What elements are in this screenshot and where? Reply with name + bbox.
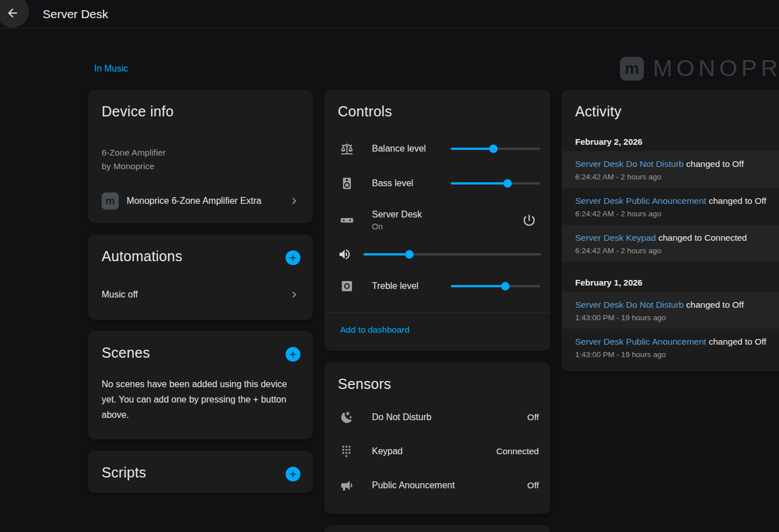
activity-timestamp: 6:24:42 AM - 2 hours ago bbox=[575, 246, 776, 255]
scenes-title: Scenes bbox=[102, 345, 150, 361]
activity-entity-link[interactable]: Server Desk Public Anouncement bbox=[575, 196, 706, 206]
integration-link[interactable]: m Monoprice 6-Zone Amplifier Extra bbox=[102, 192, 300, 210]
scenes-empty-text: No scenes have been added using this dev… bbox=[102, 376, 298, 422]
integration-label: Monoprice 6-Zone Amplifier Extra bbox=[127, 196, 261, 206]
sensor-value: Off bbox=[527, 412, 539, 422]
activity-log-item[interactable]: Server Desk Do Not Disturb changed to Of… bbox=[562, 292, 779, 329]
device-info-card: Device info 6-Zone Amplifier by Monopric… bbox=[88, 90, 313, 223]
sensor-label: Public Anouncement bbox=[372, 480, 455, 491]
activity-description: changed to Off bbox=[706, 337, 767, 346]
add-script-button[interactable] bbox=[286, 467, 300, 481]
controls-title: Controls bbox=[338, 103, 541, 120]
arrow-left-icon bbox=[6, 3, 19, 20]
sensors-card: Sensors Do Not Disturb Off Keypad bbox=[324, 362, 550, 514]
slider-thumb[interactable] bbox=[405, 250, 414, 259]
bass-slider[interactable] bbox=[451, 175, 540, 192]
activity-description: changed to Off bbox=[684, 300, 744, 309]
device-manufacturer: by Monoprice bbox=[102, 160, 299, 173]
dialpad-icon bbox=[340, 445, 354, 458]
volume-high-icon bbox=[338, 248, 351, 261]
sensor-label: Keypad bbox=[372, 446, 403, 456]
volume-slider[interactable] bbox=[363, 246, 541, 263]
media-player-state: On bbox=[372, 222, 422, 231]
device-info-title: Device info bbox=[102, 103, 174, 120]
activity-card: Activity February 2, 2026 Server Desk Do… bbox=[562, 90, 779, 371]
plus-icon bbox=[288, 469, 298, 479]
activity-date-header: February 1, 2026 bbox=[575, 278, 776, 287]
scale-balance-icon bbox=[340, 142, 354, 156]
activity-log-item[interactable]: Server Desk Do Not Disturb changed to Of… bbox=[562, 151, 779, 188]
chevron-right-icon bbox=[288, 195, 300, 207]
chevron-right-icon bbox=[288, 288, 300, 301]
area-link-in-music[interactable]: In Music bbox=[94, 64, 128, 74]
bullhorn-icon bbox=[340, 479, 354, 492]
media-player-name: Server Desk bbox=[372, 210, 422, 219]
activity-entity-link[interactable]: Server Desk Do Not Disturb bbox=[575, 159, 684, 169]
back-button[interactable] bbox=[0, 0, 29, 28]
sensor-label: Do Not Disturb bbox=[372, 412, 432, 422]
media-player-row: Server Desk On bbox=[333, 200, 541, 240]
slider-thumb[interactable] bbox=[489, 144, 498, 153]
activity-group: February 2, 2026 Server Desk Do Not Dist… bbox=[571, 137, 779, 262]
automations-card: Automations Music off bbox=[88, 234, 313, 320]
bass-row: Bass level bbox=[333, 166, 541, 200]
plus-icon bbox=[288, 349, 298, 359]
activity-log-item[interactable]: Server Desk Public Anouncement changed t… bbox=[562, 188, 779, 225]
power-icon bbox=[522, 213, 537, 228]
activity-description: changed to Connected bbox=[656, 233, 747, 242]
treble-label: Treble level bbox=[372, 281, 418, 291]
sensor-row-public-anouncement[interactable]: Public Anouncement Off bbox=[333, 468, 541, 502]
sensors-title: Sensors bbox=[338, 376, 541, 392]
page-title: Server Desk bbox=[43, 7, 108, 21]
add-automation-button[interactable] bbox=[286, 250, 300, 265]
speaker-icon bbox=[340, 177, 354, 190]
monoprice-logo-icon: m bbox=[102, 192, 119, 210]
activity-group: February 1, 2026 Server Desk Do Not Dist… bbox=[571, 278, 779, 366]
activity-timestamp: 6:24:42 AM - 2 hours ago bbox=[575, 210, 776, 218]
balance-slider[interactable] bbox=[451, 140, 540, 157]
balance-label: Balance level bbox=[372, 144, 426, 154]
activity-log-item[interactable]: Server Desk Public Anouncement changed t… bbox=[562, 329, 779, 366]
sensor-row-do-not-disturb[interactable]: Do Not Disturb Off bbox=[333, 400, 541, 434]
speaker-driver-icon bbox=[340, 279, 354, 293]
activity-title: Activity bbox=[575, 103, 779, 120]
sensor-value: Connected bbox=[496, 446, 539, 456]
next-card-stub bbox=[324, 525, 550, 532]
controls-card: Controls Balance level bbox=[324, 90, 550, 351]
activity-timestamp: 1:43:00 PM - 19 hours ago bbox=[575, 350, 776, 359]
automations-title: Automations bbox=[102, 248, 182, 265]
scripts-title: Scripts bbox=[102, 464, 146, 481]
automation-item-music-off[interactable]: Music off bbox=[102, 281, 300, 308]
activity-log-item[interactable]: Server Desk Keypad changed to Connected … bbox=[562, 225, 779, 262]
add-to-dashboard-link[interactable]: Add to dashboard bbox=[324, 312, 550, 340]
balance-row: Balance level bbox=[333, 131, 541, 166]
power-button[interactable] bbox=[522, 213, 537, 228]
activity-date-header: February 2, 2026 bbox=[575, 137, 776, 146]
volume-row bbox=[333, 240, 541, 269]
activity-entity-link[interactable]: Server Desk Public Anouncement bbox=[575, 337, 706, 346]
device-model: 6-Zone Amplifier bbox=[102, 146, 299, 160]
treble-slider[interactable] bbox=[451, 278, 540, 295]
treble-row: Treble level bbox=[333, 269, 541, 303]
activity-timestamp: 6:24:42 AM - 2 hours ago bbox=[575, 173, 776, 181]
activity-description: changed to Off bbox=[706, 196, 767, 206]
slider-thumb[interactable] bbox=[504, 179, 512, 187]
sensor-value: Off bbox=[527, 480, 539, 491]
bass-label: Bass level bbox=[372, 178, 413, 188]
app-bar: Server Desk bbox=[0, 0, 779, 28]
automation-label: Music off bbox=[102, 290, 138, 300]
activity-entity-link[interactable]: Server Desk Do Not Disturb bbox=[575, 300, 684, 309]
add-scene-button[interactable] bbox=[286, 347, 300, 362]
activity-entity-link[interactable]: Server Desk Keypad bbox=[575, 233, 656, 242]
scripts-card: Scripts bbox=[88, 451, 313, 493]
slider-thumb[interactable] bbox=[501, 282, 509, 290]
activity-timestamp: 1:43:00 PM - 19 hours ago bbox=[575, 313, 776, 322]
scenes-card: Scenes No scenes have been added using t… bbox=[88, 331, 313, 439]
weather-night-icon bbox=[340, 410, 354, 424]
sensor-row-keypad[interactable]: Keypad Connected bbox=[333, 434, 541, 468]
activity-description: changed to Off bbox=[684, 159, 744, 169]
soundbar-icon bbox=[340, 213, 354, 227]
plus-icon bbox=[288, 253, 298, 263]
